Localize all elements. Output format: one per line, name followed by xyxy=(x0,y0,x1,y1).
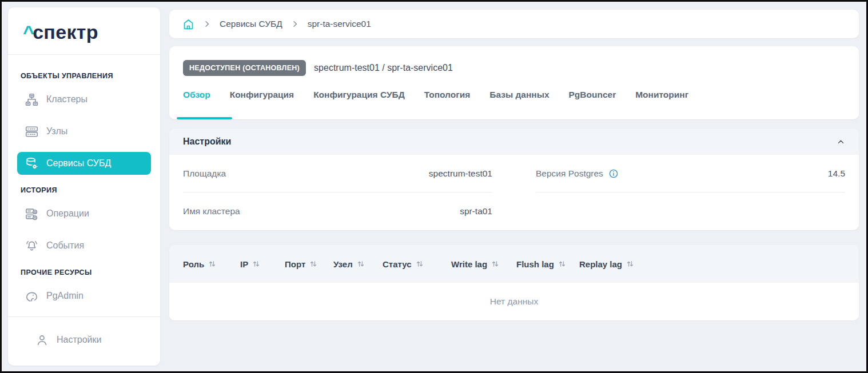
sidebar-nav: ОБЪЕКТЫ УПРАВЛЕНИЯ Кластеры Узлы Сервисы… xyxy=(8,55,160,316)
sidebar-item-settings[interactable]: Настройки xyxy=(17,328,151,351)
setting-label: Площадка xyxy=(183,169,226,179)
setting-label: Имя кластера xyxy=(183,206,240,216)
replicas-table: Роль IP Порт Узел Статус xyxy=(169,245,859,320)
sort-arrows-icon[interactable] xyxy=(309,260,317,268)
pgadmin-icon xyxy=(25,290,38,303)
status-badge: НЕДОСТУПЕН (ОСТАНОВЛЕН) xyxy=(183,60,306,76)
nav-section-history: ИСТОРИЯ xyxy=(21,186,148,194)
app-logo: ^спектр xyxy=(8,7,160,55)
operations-icon xyxy=(25,207,38,220)
user-icon xyxy=(35,334,49,347)
sort-arrows-icon[interactable] xyxy=(252,260,260,268)
sidebar-item-events[interactable]: События xyxy=(17,234,151,257)
tab-overview[interactable]: Обзор xyxy=(183,90,210,100)
setting-row-cluster-name: Имя кластера spr-ta01 xyxy=(183,192,492,230)
events-icon xyxy=(25,239,38,252)
sidebar-item-label: Сервисы СУБД xyxy=(46,158,111,169)
settings-panel-title: Настройки xyxy=(183,137,231,147)
main-content: Сервисы СУБД spr-ta-service01 НЕДОСТУПЕН… xyxy=(160,2,866,371)
tab-pgbouncer[interactable]: PgBouncer xyxy=(569,90,616,100)
sort-arrows-icon[interactable] xyxy=(416,260,424,268)
home-icon[interactable] xyxy=(182,18,194,30)
setting-value: spr-ta01 xyxy=(460,206,492,216)
sidebar-item-label: Операции xyxy=(46,208,89,219)
sort-arrows-icon[interactable] xyxy=(208,260,216,268)
breadcrumb-item-db-services[interactable]: Сервисы СУБД xyxy=(220,19,282,29)
table-header-row: Роль IP Порт Узел Статус xyxy=(169,245,859,283)
table-empty-state: Нет данных xyxy=(169,283,859,320)
chevron-right-icon xyxy=(291,20,299,28)
settings-panel-header: Настройки xyxy=(169,129,859,155)
nav-section-other-resources: ПРОЧИЕ РЕСУРСЫ xyxy=(21,268,148,276)
tab-monitoring[interactable]: Мониторинг xyxy=(635,90,688,100)
settings-grid: Площадка spectrum-test01 Версия Postgres… xyxy=(169,155,859,230)
setting-value: 14.5 xyxy=(828,169,845,179)
service-tabs: Обзор Конфигурация Конфигурация СУБД Топ… xyxy=(183,90,845,100)
sidebar-item-clusters[interactable]: Кластеры xyxy=(17,88,151,111)
column-header-port[interactable]: Порт xyxy=(285,259,333,269)
service-header-card: НЕДОСТУПЕН (ОСТАНОВЛЕН) spectrum-test01 … xyxy=(169,46,859,119)
sidebar-item-nodes[interactable]: Узлы xyxy=(17,120,151,143)
column-header-write-lag[interactable]: Write lag xyxy=(451,259,516,269)
column-header-status[interactable]: Статус xyxy=(383,259,451,269)
active-tab-indicator xyxy=(177,117,232,119)
service-title: spectrum-test01 / spr-ta-service01 xyxy=(314,63,453,73)
sidebar-item-operations[interactable]: Операции xyxy=(17,202,151,225)
sidebar-item-db-services[interactable]: Сервисы СУБД xyxy=(17,152,151,175)
settings-panel: Настройки Площадка spectrum-test01 Верси… xyxy=(169,129,859,230)
db-services-icon xyxy=(25,157,38,170)
column-header-node[interactable]: Узел xyxy=(333,259,383,269)
setting-label: Версия Postgres xyxy=(536,169,603,179)
tab-configuration[interactable]: Конфигурация xyxy=(230,90,294,100)
setting-row-postgres-version: Версия Postgres 14.5 xyxy=(536,155,845,192)
setting-row-site: Площадка spectrum-test01 xyxy=(183,155,492,192)
column-header-flush-lag[interactable]: Flush lag xyxy=(516,259,579,269)
tab-databases[interactable]: Базы данных xyxy=(489,90,549,100)
sidebar-item-label: Кластеры xyxy=(46,94,87,105)
column-header-role[interactable]: Роль xyxy=(183,259,240,269)
breadcrumb: Сервисы СУБД spr-ta-service01 xyxy=(169,10,859,38)
sidebar-item-label: PgAdmin xyxy=(46,291,83,301)
chevron-up-icon[interactable] xyxy=(837,138,845,146)
setting-value: spectrum-test01 xyxy=(429,169,492,179)
breadcrumb-item-service: spr-ta-service01 xyxy=(308,19,371,29)
sidebar-item-pgadmin[interactable]: PgAdmin xyxy=(17,284,151,307)
sidebar-item-label: События xyxy=(46,240,84,251)
sort-arrows-icon[interactable] xyxy=(626,260,634,268)
tab-dbms-configuration[interactable]: Конфигурация СУБД xyxy=(313,90,405,100)
clusters-icon xyxy=(25,93,38,106)
nodes-icon xyxy=(25,125,38,138)
app-window: ^спектр ОБЪЕКТЫ УПРАВЛЕНИЯ Кластеры Узлы… xyxy=(0,0,868,373)
nav-section-objects: ОБЪЕКТЫ УПРАВЛЕНИЯ xyxy=(21,72,148,80)
logo-text: спектр xyxy=(33,21,98,43)
sort-arrows-icon[interactable] xyxy=(558,260,566,268)
info-icon[interactable] xyxy=(608,169,619,179)
sidebar-item-label: Узлы xyxy=(46,126,67,137)
sidebar: ^спектр ОБЪЕКТЫ УПРАВЛЕНИЯ Кластеры Узлы… xyxy=(8,7,160,366)
column-header-replay-lag[interactable]: Replay lag xyxy=(579,259,845,269)
sidebar-item-label: Настройки xyxy=(57,335,101,345)
tab-topology[interactable]: Топология xyxy=(424,90,471,100)
column-header-ip[interactable]: IP xyxy=(240,259,285,269)
sort-arrows-icon[interactable] xyxy=(357,260,365,268)
setting-row-empty xyxy=(536,192,845,230)
chevron-right-icon xyxy=(203,20,211,28)
sidebar-footer: Настройки xyxy=(8,316,160,367)
service-head: НЕДОСТУПЕН (ОСТАНОВЛЕН) spectrum-test01 … xyxy=(183,60,845,76)
sort-arrows-icon[interactable] xyxy=(491,260,499,268)
